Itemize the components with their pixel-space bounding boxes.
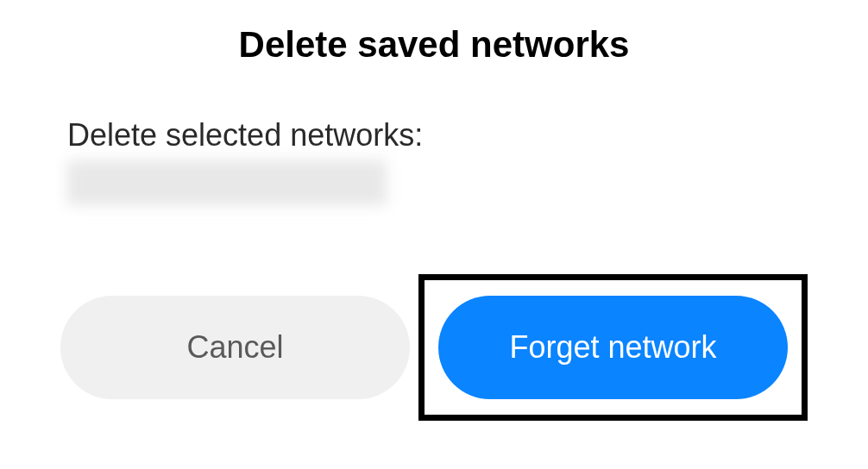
dialog-title: Delete saved networks — [60, 24, 808, 66]
cancel-button[interactable]: Cancel — [60, 296, 410, 399]
dialog-button-row: Cancel Forget network — [60, 274, 808, 421]
forget-button-highlight: Forget network — [418, 274, 808, 421]
network-name-redacted — [67, 160, 387, 205]
forget-network-button[interactable]: Forget network — [438, 296, 788, 399]
delete-networks-dialog: Delete saved networks Delete selected ne… — [0, 0, 868, 455]
dialog-message: Delete selected networks: — [67, 117, 808, 153]
